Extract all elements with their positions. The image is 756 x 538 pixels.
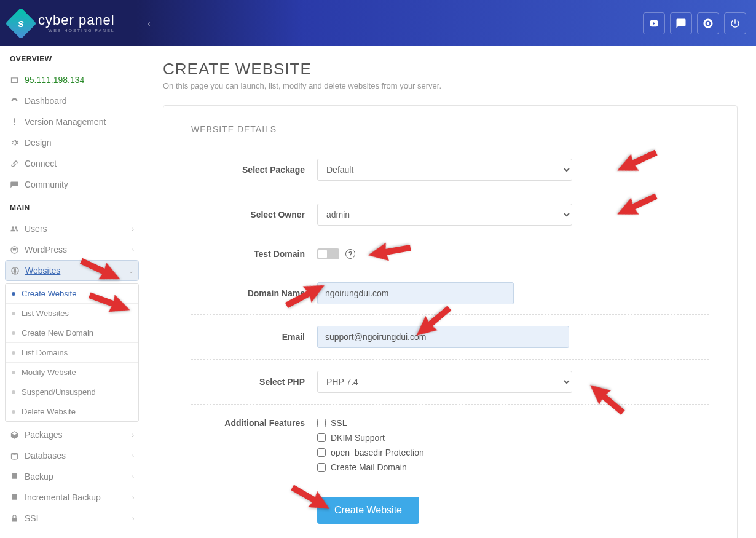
page-description: On this page you can launch, list, modif… xyxy=(163,81,738,90)
website-details-panel: WEBSITE DETAILS Select Package Default S… xyxy=(163,105,738,538)
sidebar: OVERVIEW 95.111.198.134 Dashboard Versio… xyxy=(0,46,144,538)
row-test-domain: Test Domain ? xyxy=(191,237,709,271)
row-email: Email xyxy=(191,315,709,360)
subitem-create-domain[interactable]: Create New Domain xyxy=(6,323,138,343)
subitem-suspend[interactable]: Suspend/Unsuspend xyxy=(6,382,138,402)
sidebar-item-packages[interactable]: Packages› xyxy=(0,424,144,445)
input-email[interactable] xyxy=(317,326,569,348)
chevron-right-icon: › xyxy=(132,432,134,438)
sidebar-item-wordpress[interactable]: WordPress› xyxy=(0,239,144,260)
label-package: Select Package xyxy=(191,165,317,175)
checkbox-openbasedir[interactable]: open_basedir Protection xyxy=(317,445,709,460)
youtube-icon[interactable] xyxy=(643,12,665,34)
brand-logo[interactable]: cyber panel WEB HOSTING PANEL xyxy=(10,12,133,34)
page-title: CREATE WEBSITE xyxy=(163,60,738,79)
sidebar-collapse-button[interactable]: ‹ xyxy=(148,18,151,28)
row-domain: Domain Name xyxy=(191,271,709,308)
label-domain: Domain Name xyxy=(191,288,317,298)
overview-heading: OVERVIEW xyxy=(0,46,144,69)
input-domain[interactable] xyxy=(317,282,514,304)
panel-title: WEBSITE DETAILS xyxy=(191,124,709,134)
websites-submenu: Create Website List Websites Create New … xyxy=(5,283,139,422)
toggle-test-domain[interactable] xyxy=(317,248,339,259)
chevron-right-icon: › xyxy=(132,494,134,501)
checkbox-ssl[interactable]: SSL xyxy=(317,416,709,430)
logo-icon xyxy=(6,7,37,39)
subitem-list-domains[interactable]: List Domains xyxy=(6,343,138,363)
sidebar-item-connect[interactable]: Connect xyxy=(0,153,144,174)
sidebar-item-ssl[interactable]: SSL› xyxy=(0,508,144,529)
sidebar-item-websites[interactable]: Websites⌄ xyxy=(5,260,139,281)
sidebar-item-version[interactable]: Version Management xyxy=(0,111,144,132)
top-header: cyber panel WEB HOSTING PANEL ‹ xyxy=(0,0,756,46)
row-php: Select PHP PHP 7.4 xyxy=(191,360,709,405)
row-package: Select Package Default xyxy=(191,148,709,192)
chevron-down-icon: ⌄ xyxy=(128,267,133,274)
sidebar-item-users[interactable]: Users› xyxy=(0,218,144,239)
label-php: Select PHP xyxy=(191,377,317,387)
svg-point-0 xyxy=(707,22,710,25)
subitem-create-website[interactable]: Create Website xyxy=(6,284,138,304)
sidebar-item-design[interactable]: Design xyxy=(0,132,144,153)
sidebar-item-backup[interactable]: Backup› xyxy=(0,466,144,487)
label-email: Email xyxy=(191,332,317,342)
label-features: Additional Features xyxy=(191,416,317,428)
row-owner: Select Owner admin xyxy=(191,192,709,237)
support-icon[interactable] xyxy=(697,12,719,34)
chevron-right-icon: › xyxy=(132,453,134,459)
sidebar-item-dashboard[interactable]: Dashboard xyxy=(0,90,144,111)
main-heading: MAIN xyxy=(0,195,144,218)
checkbox-dkim[interactable]: DKIM Support xyxy=(317,430,709,445)
main-content: CREATE WEBSITE On this page you can laun… xyxy=(144,46,756,538)
subitem-delete-website[interactable]: Delete Website xyxy=(6,402,138,421)
sidebar-item-databases[interactable]: Databases› xyxy=(0,445,144,466)
create-website-button[interactable]: Create Website xyxy=(317,497,419,524)
chevron-right-icon: › xyxy=(132,226,134,232)
label-owner: Select Owner xyxy=(191,210,317,220)
chevron-right-icon: › xyxy=(132,247,134,253)
chat-icon[interactable] xyxy=(670,12,692,34)
sidebar-item-ip[interactable]: 95.111.198.134 xyxy=(0,69,144,90)
brand-name: cyber panel xyxy=(38,14,115,27)
select-package[interactable]: Default xyxy=(317,159,572,181)
checkbox-maildomain[interactable]: Create Mail Domain xyxy=(317,460,709,475)
sidebar-item-community[interactable]: Community xyxy=(0,174,144,195)
chevron-right-icon: › xyxy=(132,473,134,480)
select-php[interactable]: PHP 7.4 xyxy=(317,371,572,393)
subitem-modify-website[interactable]: Modify Website xyxy=(6,363,138,382)
help-icon[interactable]: ? xyxy=(345,249,355,259)
select-owner[interactable]: admin xyxy=(317,204,572,226)
power-icon[interactable] xyxy=(724,12,746,34)
brand-tagline: WEB HOSTING PANEL xyxy=(38,28,115,33)
chevron-right-icon: › xyxy=(132,515,134,522)
svg-point-3 xyxy=(12,452,18,454)
row-features: Additional Features SSL DKIM Support ope… xyxy=(191,405,709,486)
sidebar-item-incremental-backup[interactable]: Incremental Backup› xyxy=(0,487,144,508)
subitem-list-websites[interactable]: List Websites xyxy=(6,304,138,323)
label-test-domain: Test Domain xyxy=(191,249,317,259)
